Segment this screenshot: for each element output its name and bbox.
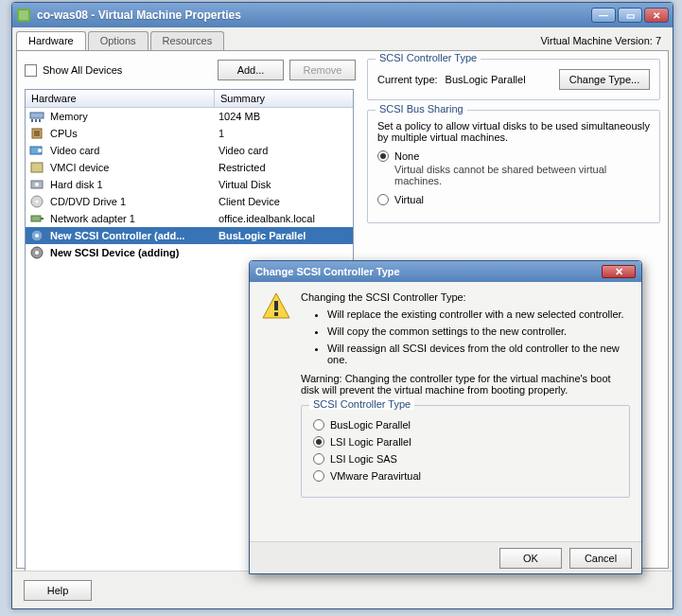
show-all-checkbox[interactable]: [25, 64, 37, 77]
bus-sharing-desc: Set a policy to allow virtual disks to b…: [377, 120, 650, 143]
hw-summary: Virtual Disk: [219, 179, 349, 190]
hardware-row[interactable]: Hard disk 1 Virtual Disk: [26, 176, 353, 193]
scsi-controller-type-group: SCSI Controller Type Current type: BusLo…: [367, 59, 660, 100]
hw-summary: Video card: [219, 145, 349, 156]
hardware-table-header: Hardware Summary: [26, 90, 353, 108]
minimize-button[interactable]: —: [591, 8, 616, 23]
hw-summary: office.idealbank.local: [219, 213, 349, 224]
maximize-button[interactable]: ▭: [618, 8, 642, 23]
svg-point-20: [35, 251, 39, 255]
radio-icon[interactable]: [313, 436, 324, 448]
radio-icon[interactable]: [377, 194, 389, 205]
hardware-row[interactable]: Memory 1024 MB: [26, 108, 353, 125]
bottom-bar: Help: [12, 571, 673, 608]
dialog-bullets: Will replace the existing controller wit…: [310, 308, 630, 365]
group-title: SCSI Controller Type: [376, 52, 481, 63]
hardware-row[interactable]: Video card Video card: [26, 142, 353, 159]
show-all-label: Show All Devices: [43, 64, 218, 76]
hw-name: Video card: [50, 145, 219, 156]
scsidev-icon: [29, 246, 44, 259]
bullet-item: Will replace the existing controller wit…: [327, 308, 630, 320]
warning-icon: [261, 291, 291, 322]
cd-icon: [29, 195, 44, 208]
right-column: SCSI Controller Type Current type: BusLo…: [367, 59, 660, 233]
hardware-row[interactable]: New SCSI Device (adding): [26, 244, 353, 261]
hardware-row[interactable]: Network adapter 1 office.idealbank.local: [26, 210, 353, 227]
svg-rect-22: [274, 301, 278, 310]
titlebar[interactable]: co-was08 - Virtual Machine Properties — …: [12, 3, 673, 27]
radio-icon[interactable]: [313, 419, 324, 431]
scsi-type-option[interactable]: LSI Logic SAS: [313, 453, 618, 465]
ok-button[interactable]: OK: [499, 548, 562, 569]
option-label: None: [394, 150, 419, 162]
remove-button: Remove: [289, 60, 356, 80]
dialog-close-button[interactable]: ✕: [602, 265, 636, 278]
option-label: BusLogic Parallel: [330, 419, 411, 431]
cancel-button[interactable]: Cancel: [569, 548, 632, 569]
hardware-row[interactable]: VMCI device Restricted: [26, 159, 353, 176]
current-type-label: Current type:: [377, 74, 438, 85]
window-title: co-was08 - Virtual Machine Properties: [37, 9, 589, 22]
hw-name: VMCI device: [50, 162, 219, 173]
col-summary[interactable]: Summary: [215, 90, 353, 107]
bullet-item: Will reassign all SCSI devices from the …: [327, 343, 630, 365]
dialog-warning-text: Warning: Changing the controller type fo…: [301, 373, 630, 396]
scsi-type-option[interactable]: VMware Paravirtual: [313, 470, 618, 482]
dialog-body: Changing the SCSI Controller Type: Will …: [250, 282, 641, 507]
svg-rect-1: [19, 10, 28, 20]
col-hardware[interactable]: Hardware: [26, 90, 215, 107]
radio-icon[interactable]: [377, 150, 389, 162]
bus-sharing-option[interactable]: Virtual: [377, 194, 650, 205]
dialog-scsi-type-group: SCSI Controller Type BusLogic ParallelLS…: [301, 405, 630, 498]
tab-resources[interactable]: Resources: [150, 31, 225, 50]
svg-point-12: [35, 183, 39, 186]
scsi-type-option[interactable]: BusLogic Parallel: [313, 419, 618, 431]
change-scsi-dialog: Change SCSI Controller Type ✕ Changing t…: [249, 260, 642, 574]
tab-options[interactable]: Options: [88, 31, 149, 50]
hardware-row[interactable]: New SCSI Controller (add... BusLogic Par…: [26, 227, 353, 244]
hw-name: Network adapter 1: [50, 213, 219, 224]
scsi-icon: [29, 229, 44, 242]
svg-point-9: [38, 149, 42, 152]
svg-rect-10: [31, 163, 43, 172]
svg-rect-7: [34, 131, 40, 136]
tab-hardware[interactable]: Hardware: [16, 31, 86, 50]
svg-rect-5: [39, 119, 41, 122]
hw-name: Hard disk 1: [50, 179, 219, 190]
close-button[interactable]: ✕: [644, 8, 669, 23]
hw-summary: BusLogic Parallel: [219, 230, 349, 241]
dialog-title: Change SCSI Controller Type: [255, 266, 602, 277]
option-label: LSI Logic Parallel: [330, 436, 411, 448]
option-label: LSI Logic SAS: [330, 453, 397, 465]
video-icon: [29, 144, 44, 157]
svg-rect-3: [31, 119, 33, 122]
svg-rect-15: [31, 216, 41, 221]
radio-icon[interactable]: [313, 470, 324, 482]
hardware-row[interactable]: CD/DVD Drive 1 Client Device: [26, 193, 353, 210]
dialog-intro: Changing the SCSI Controller Type:: [301, 291, 630, 303]
hardware-row[interactable]: CPUs 1: [26, 125, 353, 142]
add-button[interactable]: Add...: [218, 60, 284, 80]
hw-name: CD/DVD Drive 1: [50, 196, 219, 207]
scsi-type-option[interactable]: LSI Logic Parallel: [313, 436, 618, 448]
radio-icon[interactable]: [313, 453, 324, 465]
hw-summary: 1: [219, 128, 349, 139]
svg-point-14: [36, 201, 39, 203]
hw-name: CPUs: [50, 128, 219, 139]
bus-sharing-option[interactable]: NoneVirtual disks cannot be shared betwe…: [377, 150, 650, 186]
vsphere-icon: [16, 8, 31, 23]
hw-name: New SCSI Controller (add...: [50, 230, 219, 241]
nic-icon: [29, 212, 44, 225]
ram-icon: [29, 110, 44, 123]
group-title: SCSI Controller Type: [309, 398, 414, 410]
hw-summary: Restricted: [219, 162, 349, 173]
dialog-titlebar[interactable]: Change SCSI Controller Type ✕: [250, 261, 641, 282]
current-type-value: BusLogic Parallel: [446, 74, 551, 85]
bullet-item: Will copy the common settings to the new…: [327, 326, 630, 337]
change-type-button[interactable]: Change Type...: [559, 69, 650, 90]
show-all-row: Show All Devices Add... Remove: [25, 59, 356, 81]
svg-rect-16: [41, 218, 44, 220]
hw-summary: Client Device: [219, 196, 349, 207]
option-desc: Virtual disks cannot be shared between v…: [394, 164, 650, 186]
help-button[interactable]: Help: [24, 580, 92, 601]
